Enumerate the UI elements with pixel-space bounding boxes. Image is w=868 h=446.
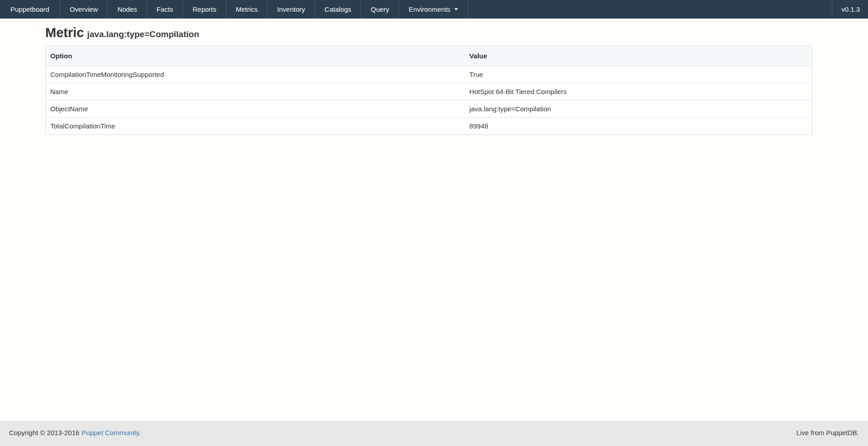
version-label: v0.1.3 <box>832 0 868 19</box>
nav-item-inventory[interactable]: Inventory <box>267 0 315 19</box>
nav-item-nodes[interactable]: Nodes <box>108 0 147 19</box>
column-header-option: Option <box>46 46 465 66</box>
nav-item-catalogs[interactable]: Catalogs <box>315 0 361 19</box>
navbar-spacer <box>468 0 832 19</box>
option-cell: CompilationTimeMonitoringSupported <box>46 66 465 83</box>
table-row: CompilationTimeMonitoringSupported True <box>46 66 812 83</box>
copyright-text: Copyright © 2013-2016Puppet Community. <box>9 429 141 437</box>
table-row: ObjectName java.lang:type=Compilation <box>46 100 812 118</box>
option-cell: ObjectName <box>46 100 465 118</box>
navbar: Puppetboard Overview Nodes Facts Reports… <box>0 0 868 19</box>
footer: Copyright © 2013-2016Puppet Community. L… <box>0 421 868 446</box>
option-cell: Name <box>46 83 465 100</box>
caret-down-icon <box>454 8 458 10</box>
environments-dropdown-label: Environments <box>409 5 450 13</box>
option-cell: TotalCompilationTime <box>46 118 465 135</box>
main-content: Metricjava.lang:type=Compilation Option … <box>0 19 868 421</box>
copyright-prefix: Copyright © 2013-2016 <box>9 429 79 437</box>
nav-item-query[interactable]: Query <box>361 0 399 19</box>
column-header-value: Value <box>465 46 812 66</box>
copyright-suffix: . <box>139 429 141 437</box>
table-row: Name HotSpot 64-Bit Tiered Compilers <box>46 83 812 100</box>
environments-dropdown[interactable]: Environments <box>399 0 468 19</box>
puppetdb-status-text: Live from PuppetDB. <box>796 429 859 437</box>
metric-table: Option Value CompilationTimeMonitoringSu… <box>45 46 812 135</box>
table-header-row: Option Value <box>46 46 812 66</box>
nav-item-metrics[interactable]: Metrics <box>226 0 267 19</box>
page-title-text: Metric <box>45 25 84 40</box>
value-cell: HotSpot 64-Bit Tiered Compilers <box>465 83 812 100</box>
nav-item-reports[interactable]: Reports <box>183 0 226 19</box>
value-cell: java.lang:type=Compilation <box>465 100 812 118</box>
nav-item-overview[interactable]: Overview <box>60 0 108 19</box>
table-row: TotalCompilationTime 89948 <box>46 118 812 135</box>
puppet-community-link[interactable]: Puppet Community <box>81 429 138 437</box>
value-cell: 89948 <box>465 118 812 135</box>
value-cell: True <box>465 66 812 83</box>
brand-puppetboard[interactable]: Puppetboard <box>0 0 60 19</box>
page-title: Metricjava.lang:type=Compilation <box>45 25 812 40</box>
metric-name-subtitle: java.lang:type=Compilation <box>87 29 199 39</box>
nav-item-facts[interactable]: Facts <box>147 0 183 19</box>
